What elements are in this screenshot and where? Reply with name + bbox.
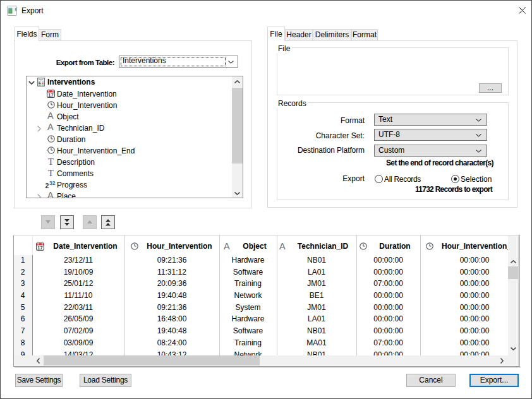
svg-text:17: 17 (48, 92, 53, 98)
